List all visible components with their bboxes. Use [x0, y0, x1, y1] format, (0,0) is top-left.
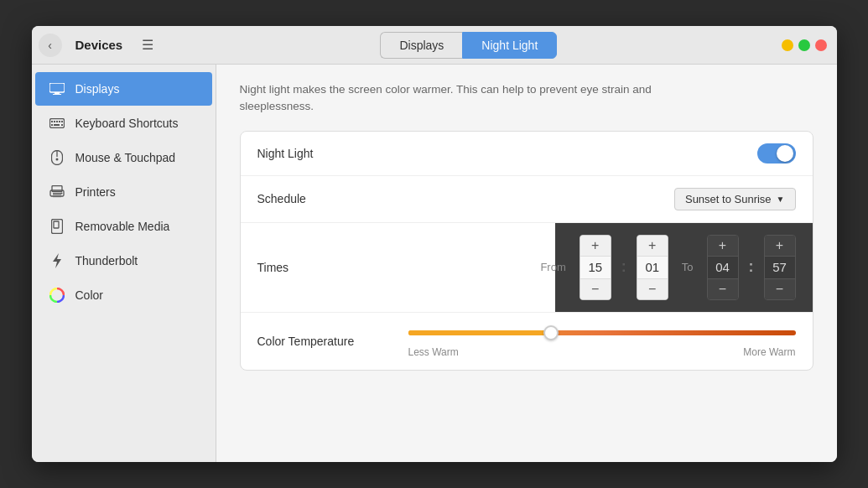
svg-rect-7: [59, 121, 60, 122]
to-hour-increment[interactable]: +: [708, 236, 738, 256]
svg-point-19: [60, 193, 62, 195]
svg-rect-5: [54, 121, 55, 122]
tab-displays[interactable]: Displays: [380, 32, 462, 59]
svg-rect-8: [61, 121, 63, 122]
printer-icon: [49, 184, 65, 200]
times-row: Times From + 15 − : + 01 −: [241, 223, 813, 313]
schedule-dropdown: Sunset to Sunrise ▼: [674, 188, 796, 210]
close-button[interactable]: ✕: [815, 39, 827, 51]
sidebar-item-keyboard-label: Keyboard Shortcuts: [75, 117, 179, 130]
from-hour-spinbox: + 15 −: [580, 235, 611, 300]
from-min-decrement[interactable]: −: [637, 279, 668, 299]
svg-rect-17: [53, 194, 61, 198]
svg-rect-9: [51, 124, 53, 126]
thunderbolt-icon: [49, 252, 65, 269]
to-hour-value: 04: [708, 256, 738, 279]
sidebar-item-displays[interactable]: Displays: [35, 72, 212, 106]
description-text: Night light makes the screen color warme…: [240, 81, 659, 116]
slider-thumb[interactable]: [543, 325, 559, 340]
displays-icon: [49, 80, 65, 97]
svg-rect-1: [55, 92, 60, 94]
night-light-row: Night Light: [241, 132, 813, 176]
toggle-thumb: [777, 145, 793, 162]
svg-rect-21: [54, 221, 59, 228]
color-temp-label: Color Temperature: [257, 335, 392, 348]
to-colon: :: [749, 258, 754, 276]
sidebar-item-displays-label: Displays: [75, 82, 120, 96]
from-min-spinbox: + 01 −: [637, 235, 668, 300]
from-colon: :: [621, 258, 626, 276]
times-label: Times: [257, 261, 392, 274]
to-min-decrement[interactable]: −: [765, 279, 795, 299]
from-min-value: 01: [637, 256, 668, 279]
color-temp-content: Less Warm More Warm: [408, 324, 796, 358]
to-hour-decrement[interactable]: −: [708, 279, 738, 299]
from-hour-decrement[interactable]: −: [580, 279, 611, 299]
tab-bar: Displays Night Light: [166, 32, 771, 59]
svg-point-14: [55, 158, 58, 161]
close-icon: ✕: [818, 41, 824, 49]
svg-rect-6: [56, 121, 58, 122]
window-title: Devices: [65, 38, 133, 52]
minimize-icon: –: [785, 41, 789, 49]
sidebar: Displays Keyboard Sh: [32, 65, 216, 462]
svg-rect-0: [49, 83, 65, 92]
sidebar-item-removable-media[interactable]: Removable Media: [35, 210, 212, 243]
menu-button[interactable]: ☰: [136, 34, 159, 57]
content-area: Night light makes the screen color warme…: [216, 65, 837, 462]
sidebar-item-thunderbolt-label: Thunderbolt: [75, 254, 138, 267]
schedule-dropdown-button[interactable]: Sunset to Sunrise ▼: [674, 188, 796, 210]
svg-rect-10: [54, 124, 60, 126]
night-light-toggle[interactable]: [757, 143, 796, 164]
svg-rect-4: [51, 121, 53, 122]
titlebar-left: ‹ Devices ☰: [32, 34, 167, 57]
slider-labels: Less Warm More Warm: [408, 346, 796, 358]
maximize-icon: □: [802, 41, 806, 49]
to-min-increment[interactable]: +: [765, 236, 795, 256]
sidebar-item-keyboard-shortcuts[interactable]: Keyboard Shortcuts: [35, 106, 212, 140]
sidebar-item-mouse-label: Mouse & Touchpad: [75, 151, 176, 164]
titlebar: ‹ Devices ☰ Displays Night Light – □ ✕: [32, 26, 837, 65]
svg-rect-3: [49, 119, 64, 128]
maximize-button[interactable]: □: [798, 39, 810, 51]
to-min-spinbox: + 57 −: [764, 235, 796, 300]
sidebar-item-printers[interactable]: Printers: [35, 175, 212, 209]
slider-track: [408, 330, 796, 335]
night-light-label: Night Light: [257, 147, 392, 160]
color-temp-slider-container: [408, 324, 796, 341]
mouse-icon: [49, 149, 65, 166]
keyboard-icon: [49, 115, 65, 132]
from-label: From: [540, 261, 565, 273]
hamburger-icon: ☰: [142, 37, 153, 53]
svg-rect-2: [53, 94, 61, 95]
sidebar-item-mouse-touchpad[interactable]: Mouse & Touchpad: [35, 141, 212, 174]
back-icon: ‹: [48, 39, 52, 52]
from-min-increment[interactable]: +: [637, 236, 668, 256]
color-temp-row: Color Temperature Less Warm More Warm: [241, 313, 813, 370]
window-controls: – □ ✕: [772, 39, 837, 51]
toggle-track[interactable]: [757, 143, 796, 164]
removable-media-icon: [49, 218, 65, 235]
schedule-value: Sunset to Sunrise: [685, 193, 772, 205]
minimize-button[interactable]: –: [782, 39, 793, 51]
from-hour-increment[interactable]: +: [580, 236, 611, 256]
sidebar-item-thunderbolt[interactable]: Thunderbolt: [35, 244, 212, 278]
chevron-down-icon: ▼: [777, 195, 785, 204]
main-content: Displays Keyboard Sh: [32, 65, 837, 462]
to-min-value: 57: [765, 256, 795, 279]
color-icon: [49, 287, 65, 304]
to-hour-spinbox: + 04 −: [707, 235, 739, 300]
settings-panel: Night Light Schedule Sunset to Sunrise ▼: [240, 131, 813, 371]
times-content: From + 15 − : + 01 − To: [392, 235, 796, 300]
tab-night-light[interactable]: Night Light: [462, 32, 557, 59]
sidebar-item-removable-label: Removable Media: [75, 220, 170, 233]
app-window: ‹ Devices ☰ Displays Night Light – □ ✕: [32, 26, 837, 462]
from-hour-value: 15: [580, 256, 611, 279]
sidebar-item-color[interactable]: Color: [35, 278, 212, 312]
sidebar-item-printers-label: Printers: [75, 185, 116, 199]
sidebar-item-color-label: Color: [75, 288, 103, 302]
back-button[interactable]: ‹: [39, 34, 62, 57]
more-warm-label: More Warm: [743, 346, 795, 358]
schedule-label: Schedule: [257, 192, 392, 205]
to-label: To: [682, 261, 694, 273]
